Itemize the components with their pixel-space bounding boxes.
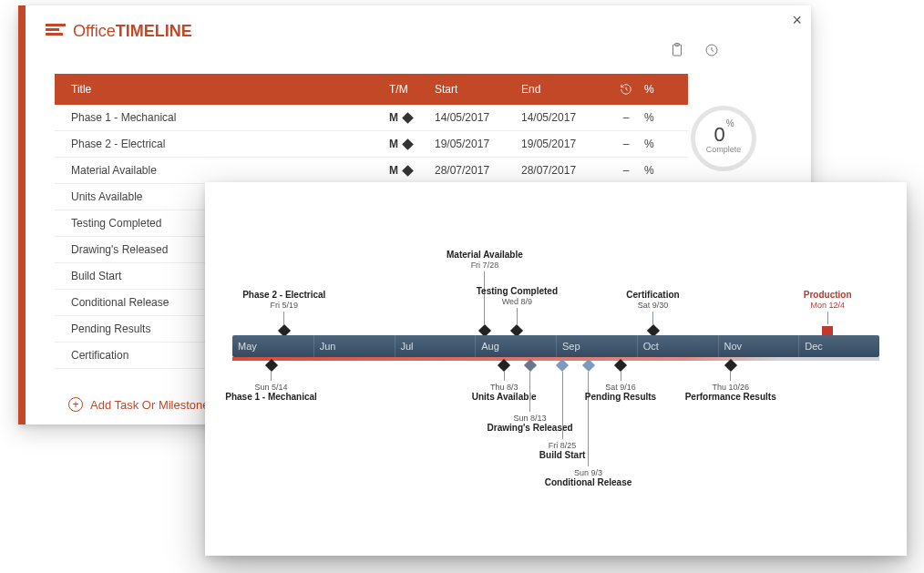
- history-icon: [620, 83, 632, 96]
- timeline-preview: Phase 2 - ElectricalFri 5/19Material Ava…: [205, 182, 907, 556]
- month-tick: Dec: [798, 335, 879, 357]
- timeline-band-wrap: MayJunJulAugSepOctNovDec: [232, 335, 879, 357]
- progress-ring: 0% Complete: [691, 106, 756, 171]
- col-history[interactable]: [608, 83, 644, 96]
- month-tick: Aug: [475, 335, 556, 357]
- diamond-icon: [265, 359, 278, 372]
- cell-end: 28/07/2017: [521, 164, 608, 177]
- app-logo: OfficeTIMELINE: [46, 22, 192, 41]
- diamond-icon: [402, 165, 414, 177]
- clock-icon[interactable]: [703, 42, 720, 62]
- clipboard-icon[interactable]: [669, 42, 685, 62]
- col-percent[interactable]: %: [644, 83, 672, 96]
- diamond-icon: [614, 359, 627, 372]
- table-row[interactable]: Phase 1 - MechanicalM14/05/201714/05/201…: [55, 105, 688, 131]
- diamond-icon: [822, 326, 833, 335]
- milestone[interactable]: Phase 2 - ElectricalFri 5/19: [230, 290, 339, 336]
- add-task-label: Add Task Or Milestone: [90, 398, 210, 412]
- month-tick: May: [232, 335, 313, 357]
- toolbar: [669, 42, 720, 62]
- milestone[interactable]: CertificationSat 9/30: [599, 290, 708, 336]
- progress-value: 0: [714, 123, 724, 146]
- grid-header: Title T/M Start End %: [55, 74, 688, 105]
- table-row[interactable]: Phase 2 - ElectricalM19/05/201719/05/201…: [55, 131, 688, 158]
- brand-prefix: Office: [73, 22, 116, 40]
- cell-title: Material Available: [71, 164, 389, 177]
- brand-suffix: TIMELINE: [116, 22, 192, 40]
- cell-pct: %: [644, 138, 672, 150]
- milestone[interactable]: Sun 5/14Phase 1 - Mechanical: [217, 361, 326, 403]
- cell-tm: M: [389, 111, 435, 124]
- cell-pct: %: [644, 164, 672, 177]
- cell-dur: –: [608, 111, 644, 124]
- milestone[interactable]: ProductionMon 12/4: [773, 290, 882, 336]
- timeline-band: MayJunJulAugSepOctNovDec: [232, 335, 879, 357]
- add-task-button[interactable]: + Add Task Or Milestone: [68, 397, 210, 412]
- col-tm[interactable]: T/M: [389, 83, 435, 96]
- diamond-icon: [402, 138, 414, 150]
- col-title[interactable]: Title: [71, 83, 389, 96]
- milestone[interactable]: Sat 9/16Pending Results: [566, 361, 675, 403]
- milestones-below: Sun 5/14Phase 1 - MechanicalThu 8/3Units…: [232, 361, 879, 543]
- cell-start: 28/07/2017: [435, 164, 521, 177]
- month-tick: Jun: [313, 335, 395, 357]
- col-end[interactable]: End: [521, 83, 608, 96]
- cell-title: Phase 2 - Electrical: [71, 138, 389, 150]
- cell-dur: –: [608, 138, 644, 150]
- milestone[interactable]: Testing CompletedWed 8/9: [462, 286, 571, 336]
- cell-tm: M: [389, 138, 435, 150]
- cell-tm: M: [389, 164, 435, 177]
- progress-unit: %: [726, 118, 734, 128]
- table-row[interactable]: Material AvailableM28/07/201728/07/2017–…: [55, 158, 688, 184]
- plus-icon: +: [68, 397, 83, 412]
- cell-start: 19/05/2017: [435, 138, 521, 150]
- month-tick: Nov: [718, 335, 799, 357]
- milestones-above: Phase 2 - ElectricalFri 5/19Material Ava…: [232, 182, 879, 335]
- cell-start: 14/05/2017: [435, 111, 521, 124]
- month-tick: Oct: [637, 335, 718, 357]
- month-tick: Sep: [556, 335, 637, 357]
- col-start[interactable]: Start: [435, 83, 521, 96]
- close-icon[interactable]: ×: [792, 11, 802, 30]
- cell-end: 14/05/2017: [521, 111, 608, 124]
- cell-title: Phase 1 - Mechanical: [71, 111, 389, 124]
- cell-pct: %: [644, 111, 672, 124]
- logo-icon: [46, 24, 66, 40]
- milestone[interactable]: Thu 10/26Performance Results: [676, 361, 785, 403]
- month-tick: Jul: [395, 335, 476, 357]
- cell-end: 19/05/2017: [521, 138, 608, 150]
- diamond-icon: [724, 359, 737, 372]
- cell-dur: –: [608, 164, 644, 177]
- diamond-icon: [402, 112, 414, 124]
